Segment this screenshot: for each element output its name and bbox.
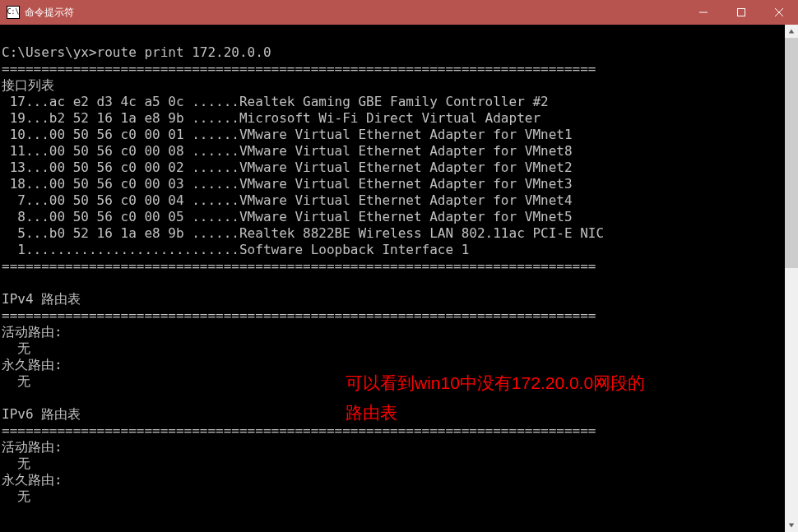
interface-row: 1...........................Software Loo… [2,242,469,257]
svg-rect-1 [738,9,745,16]
persistent-routes-label: 永久路由: [2,357,63,372]
none-value: 无 [2,488,30,504]
interface-row: 18...00 50 56 c0 00 03 ......VMware Virt… [2,176,573,192]
ipv6-header: IPv6 路由表 [2,406,81,422]
ipv4-header: IPv4 路由表 [2,291,81,307]
annotation-overlay: 可以看到win10中没有172.20.0.0网段的 路由表 [346,368,645,428]
interface-row: 17...ac e2 d3 4c a5 0c ......Realtek Gam… [2,94,549,109]
separator: ========================================… [2,61,596,76]
scroll-up-button[interactable] [785,25,798,38]
active-routes-label: 活动路由: [2,324,63,340]
prompt-line: C:\Users\yx>route print 172.20.0.0 [2,44,271,60]
prompt: C:\Users\yx> [2,44,97,60]
cmd-icon: C:\ [7,6,20,19]
separator: ========================================… [2,258,596,274]
vertical-scrollbar[interactable] [785,25,798,532]
maximize-button[interactable] [722,0,760,25]
window-controls [684,0,798,25]
terminal-output[interactable]: C:\Users\yx>route print 172.20.0.0 =====… [0,25,785,532]
interface-row: 8...00 50 56 c0 00 05 ......VMware Virtu… [2,209,573,224]
window-titlebar[interactable]: C:\ 命令提示符 [0,0,798,25]
separator: ========================================… [2,308,596,323]
none-value: 无 [2,340,30,356]
command: route print 172.20.0.0 [97,44,271,60]
interface-row: 13...00 50 56 c0 00 02 ......VMware Virt… [2,160,573,175]
terminal-area: C:\Users\yx>route print 172.20.0.0 =====… [0,25,798,532]
close-button[interactable] [760,0,798,25]
active-routes-label: 活动路由: [2,439,63,455]
interface-row: 5...b0 52 16 1a e8 9b ......Realtek 8822… [2,225,604,241]
interface-row: 11...00 50 56 c0 00 08 ......VMware Virt… [2,143,573,159]
persistent-routes-label: 永久路由: [2,472,63,488]
scrollbar-thumb[interactable] [785,38,798,268]
none-value: 无 [2,456,30,471]
none-value: 无 [2,373,30,389]
minimize-button[interactable] [684,0,722,25]
interface-list-header: 接口列表 [2,77,54,93]
scroll-down-button[interactable] [785,519,798,532]
interface-row: 7...00 50 56 c0 00 04 ......VMware Virtu… [2,192,573,208]
window-title: 命令提示符 [25,6,684,20]
interface-row: 19...b2 52 16 1a e8 9b ......Microsoft W… [2,110,541,126]
interface-row: 10...00 50 56 c0 00 01 ......VMware Virt… [2,127,573,142]
